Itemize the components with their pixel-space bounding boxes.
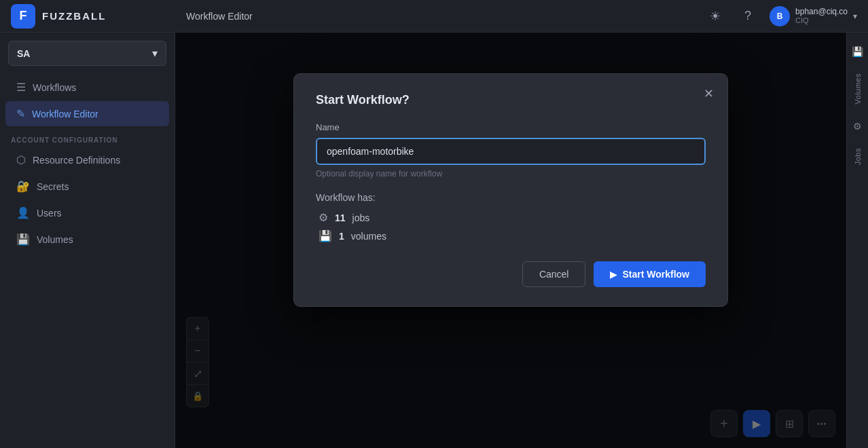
user-dropdown[interactable]: B bphan@ciq.co CIQ ▾ (770, 6, 857, 26)
volumes-stat-icon: 💾 (319, 229, 332, 242)
topnav-actions: ☀ ? B bphan@ciq.co CIQ ▾ (704, 5, 857, 27)
sidebar-item-workflow-editor[interactable]: ✎ Workflow Editor (5, 101, 169, 126)
jobs-stat: ⚙ 11 jobs (319, 211, 706, 224)
account-selector[interactable]: SA ▾ (8, 41, 166, 66)
user-info: bphan@ciq.co CIQ (795, 7, 848, 26)
sidebar-item-secrets[interactable]: 🔐 Secrets (5, 174, 169, 199)
sidebar-item-label: Secrets (37, 181, 69, 192)
start-workflow-button[interactable]: ▶ Start Workflow (594, 261, 706, 287)
modal-actions: Cancel ▶ Start Workflow (316, 261, 706, 287)
workflow-has-label: Workflow has: (316, 192, 706, 203)
volumes-label: volumes (351, 231, 386, 242)
workflow-stats: ⚙ 11 jobs 💾 1 volumes (316, 211, 706, 242)
logo-text: FUZZBALL (42, 10, 106, 22)
modal-overlay: ✕ Start Workflow? Name Optional display … (175, 33, 846, 448)
sidebar-item-workflows[interactable]: ☰ Workflows (5, 75, 169, 100)
user-role: CIQ (795, 16, 848, 25)
sidebar-item-label: Workflow Editor (32, 109, 98, 119)
workflow-editor-icon: ✎ (16, 107, 25, 120)
modal-title: Start Workflow? (316, 93, 706, 107)
start-label: Start Workflow (622, 269, 689, 280)
right-tabs: 💾 Volumes ⚙ Jobs (846, 33, 868, 448)
sidebar: SA ▾ ☰ Workflows ✎ Workflow Editor ACCOU… (0, 33, 175, 448)
help-icon: ? (744, 9, 751, 23)
account-label: SA (17, 48, 30, 59)
secrets-icon: 🔐 (16, 180, 30, 193)
sidebar-item-label: Resource Definitions (33, 155, 120, 166)
start-workflow-modal: ✕ Start Workflow? Name Optional display … (293, 73, 728, 307)
account-chevron-icon: ▾ (152, 47, 158, 60)
play-icon: ▶ (610, 269, 617, 280)
jobs-tab-icon: ⚙ (853, 121, 862, 132)
topnav: F FUZZBALL Workflow Editor ☀ ? B bphan@c… (0, 0, 868, 33)
jobs-icon: ⚙ (319, 211, 328, 224)
name-field-label: Name (316, 122, 706, 132)
page-title: Workflow Editor (186, 11, 704, 22)
avatar: B (770, 6, 790, 26)
sun-icon: ☀ (710, 9, 721, 24)
name-hint-text: Optional display name for workflow (316, 169, 706, 179)
sidebar-item-resource-definitions[interactable]: ⬡ Resource Definitions (5, 147, 169, 172)
help-icon-button[interactable]: ? (737, 5, 759, 27)
sidebar-item-label: Volumes (37, 234, 73, 245)
workflow-name-input[interactable] (316, 138, 706, 165)
cancel-button[interactable]: Cancel (522, 261, 586, 287)
resource-definitions-icon: ⬡ (16, 153, 26, 166)
chevron-down-icon: ▾ (853, 12, 857, 21)
canvas-area: ⚙ param-mesh ⚙ check-mesh ⚙ simple-foam … (175, 33, 846, 448)
logo-icon: F (11, 4, 35, 29)
modal-close-button[interactable]: ✕ (701, 85, 717, 102)
volumes-count: 1 (339, 231, 344, 242)
sidebar-item-volumes[interactable]: 💾 Volumes (5, 227, 169, 252)
sidebar-item-label: Workflows (33, 82, 76, 93)
workflows-icon: ☰ (16, 81, 26, 94)
account-config-section-label: ACCOUNT CONFIGURATION (0, 127, 175, 147)
sidebar-item-label: Users (37, 208, 62, 219)
logo-area: F FUZZBALL (11, 4, 186, 29)
jobs-count: 11 (335, 212, 346, 223)
user-email: bphan@ciq.co (795, 7, 848, 16)
sidebar-item-users[interactable]: 👤 Users (5, 200, 169, 225)
jobs-label: jobs (352, 212, 370, 223)
jobs-tab[interactable]: Jobs (851, 145, 865, 168)
volumes-tab[interactable]: Volumes (851, 71, 865, 107)
users-icon: 👤 (16, 206, 30, 219)
sun-icon-button[interactable]: ☀ (704, 5, 726, 27)
volumes-tab-icon: 💾 (852, 46, 863, 57)
main-layout: SA ▾ ☰ Workflows ✎ Workflow Editor ACCOU… (0, 33, 868, 448)
volumes-stat: 💾 1 volumes (319, 229, 706, 242)
volumes-icon: 💾 (16, 233, 30, 246)
